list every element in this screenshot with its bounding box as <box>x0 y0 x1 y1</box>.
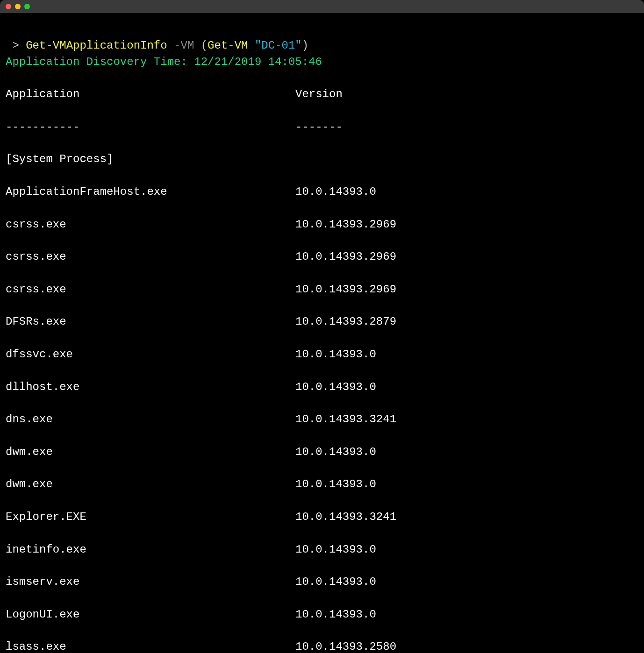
table-header-row: ApplicationVersion <box>6 86 638 103</box>
cell-version: 10.0.14393.3241 <box>295 412 396 428</box>
cell-version: 10.0.14393.2879 <box>295 314 396 330</box>
cmdlet-name: Get-VMApplicationInfo <box>26 39 167 52</box>
terminal-output[interactable]: > Get-VMApplicationInfo -VM (Get-VM "DC-… <box>0 13 644 653</box>
table-row: csrss.exe10.0.14393.2969 <box>6 217 638 233</box>
table-header-underline: ------------------ <box>6 119 638 135</box>
cell-version: 10.0.14393.0 <box>295 184 376 200</box>
cell-application: ismserv.exe <box>6 574 295 590</box>
window-titlebar <box>0 0 644 13</box>
cell-version: 10.0.14393.3241 <box>295 509 396 525</box>
underline-application: ----------- <box>6 119 295 135</box>
discovery-time-line: Application Discovery Time: 12/21/2019 1… <box>6 56 322 68</box>
cell-version: 10.0.14393.0 <box>295 444 376 461</box>
table-row: ApplicationFrameHost.exe10.0.14393.0 <box>6 184 638 200</box>
table-row: dns.exe10.0.14393.3241 <box>6 412 638 428</box>
cell-version: 10.0.14393.2969 <box>295 217 396 233</box>
cell-application: Explorer.EXE <box>6 509 295 525</box>
table-row: dfssvc.exe10.0.14393.0 <box>6 347 638 363</box>
cell-version: 10.0.14393.0 <box>295 607 376 623</box>
cell-application: lsass.exe <box>6 639 295 653</box>
cell-application: inetinfo.exe <box>6 542 295 558</box>
cell-version: 10.0.14393.0 <box>295 574 376 590</box>
table-row: LogonUI.exe10.0.14393.0 <box>6 607 638 623</box>
cell-version: 10.0.14393.0 <box>295 379 376 396</box>
cell-application: dns.exe <box>6 412 295 428</box>
table-row: Explorer.EXE10.0.14393.3241 <box>6 509 638 525</box>
table-row: lsass.exe10.0.14393.2580 <box>6 639 638 653</box>
cell-application: csrss.exe <box>6 282 295 298</box>
underline-version: ------- <box>295 119 343 135</box>
cell-version: 10.0.14393.0 <box>295 476 376 493</box>
terminal-window: > Get-VMApplicationInfo -VM (Get-VM "DC-… <box>0 0 644 653</box>
prompt-symbol: > <box>12 39 19 52</box>
header-application: Application <box>6 86 295 103</box>
cell-application: [System Process] <box>6 151 295 168</box>
table-row: [System Process] <box>6 151 638 168</box>
cell-application: dwm.exe <box>6 476 295 493</box>
maximize-icon[interactable] <box>24 4 30 9</box>
header-version: Version <box>295 86 343 103</box>
cell-application: DFSRs.exe <box>6 314 295 330</box>
cell-version: 10.0.14393.0 <box>295 542 376 558</box>
table-row: dwm.exe10.0.14393.0 <box>6 476 638 493</box>
cell-application: dfssvc.exe <box>6 347 295 363</box>
cell-application: dllhost.exe <box>6 379 295 396</box>
table-body: [System Process] ApplicationFrameHost.ex… <box>6 151 638 653</box>
table-row: dllhost.exe10.0.14393.0 <box>6 379 638 396</box>
minimize-icon[interactable] <box>15 4 21 9</box>
close-icon[interactable] <box>6 4 11 9</box>
close-paren: ) <box>302 39 308 52</box>
table-row: DFSRs.exe10.0.14393.2879 <box>6 314 638 330</box>
table-row: csrss.exe10.0.14393.2969 <box>6 282 638 298</box>
cell-application: LogonUI.exe <box>6 607 295 623</box>
table-row: dwm.exe10.0.14393.0 <box>6 444 638 461</box>
parameter-vm: -VM <box>174 39 194 52</box>
inner-cmdlet: Get-VM <box>208 39 248 52</box>
cell-application: csrss.exe <box>6 217 295 233</box>
cell-version: 10.0.14393.2969 <box>295 249 396 265</box>
table-row: inetinfo.exe10.0.14393.0 <box>6 542 638 558</box>
open-paren: ( <box>201 39 208 52</box>
cell-version: 10.0.14393.0 <box>295 347 376 363</box>
cell-version: 10.0.14393.2969 <box>295 282 396 298</box>
table-row: csrss.exe10.0.14393.2969 <box>6 249 638 265</box>
cell-version: 10.0.14393.2580 <box>295 639 396 653</box>
cell-application: csrss.exe <box>6 249 295 265</box>
vm-name-string: "DC-01" <box>255 39 302 52</box>
prompt-line: > Get-VMApplicationInfo -VM (Get-VM "DC-… <box>6 39 308 52</box>
cell-application: ApplicationFrameHost.exe <box>6 184 295 200</box>
cell-application: dwm.exe <box>6 444 295 461</box>
table-row: ismserv.exe10.0.14393.0 <box>6 574 638 590</box>
